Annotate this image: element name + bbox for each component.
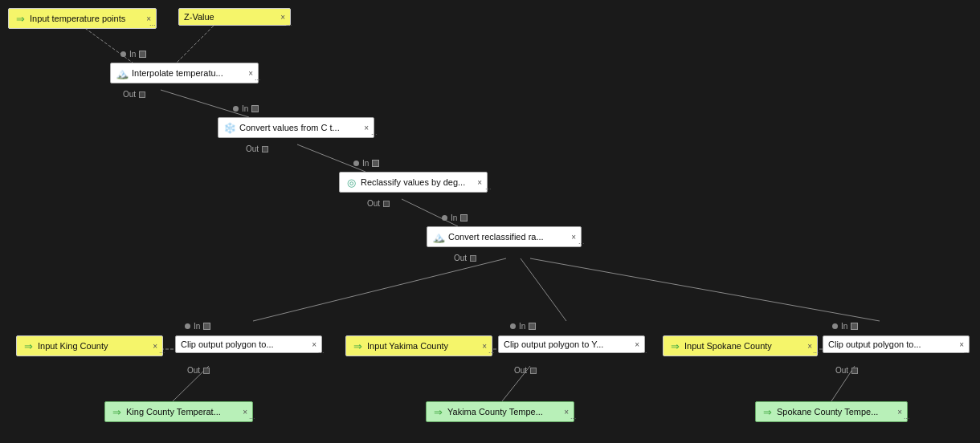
close-icon-king[interactable]: × — [153, 342, 157, 351]
convert-c-node[interactable]: ❄️ Convert values from C t... × — [218, 117, 374, 138]
port-in-clip-spokane: In — [832, 322, 858, 331]
port-dot — [185, 323, 190, 329]
ellipsis-king: ··· — [159, 348, 165, 356]
input-temperature-points-node[interactable]: ⇒ Input temperature points × — [8, 8, 157, 29]
output-king-icon: ⇒ — [110, 405, 123, 418]
workflow-canvas[interactable]: ⇒ Input temperature points × ··· Z-Value… — [0, 0, 980, 443]
convert-reclassified-icon: 🏔️ — [432, 230, 445, 243]
port-sq — [372, 160, 379, 167]
ellipsis-spokane: ··· — [813, 348, 819, 356]
convert-icon: ❄️ — [223, 121, 236, 134]
port-sq — [203, 323, 210, 330]
clip-yakima-node[interactable]: Clip output polygon to Y... × — [498, 335, 645, 353]
ellipsis-temp: ··· — [149, 21, 156, 29]
ellipsis-reclassify: ··· — [485, 185, 492, 193]
input-spokane-county-node[interactable]: ⇒ Input Spokane County × — [663, 335, 818, 356]
ellipsis-yakima: ··· — [488, 348, 495, 356]
port-sq-out — [262, 146, 268, 152]
close-icon-yakima-temp[interactable]: × — [564, 408, 569, 417]
interpolate-icon: 🏔️ — [116, 67, 129, 79]
clip-king-node[interactable]: Clip output polygon to... × — [175, 335, 322, 353]
close-icon-king-temp[interactable]: × — [243, 408, 247, 417]
port-out-interpolate: Out — [123, 90, 145, 99]
port-sq — [851, 323, 858, 330]
port-sq — [460, 214, 468, 222]
port-sq-out — [851, 368, 858, 374]
input-spokane-icon: ⇒ — [668, 339, 681, 352]
port-in-clip-king: In — [185, 322, 210, 331]
port-out-clip-king: Out — [187, 366, 210, 375]
ellipsis-conv-reclassified: ··· — [578, 239, 585, 247]
port-dot — [832, 323, 838, 329]
port-in-clip-yakima: In — [510, 322, 536, 331]
port-dot — [233, 106, 239, 112]
svg-line-1 — [177, 22, 217, 63]
port-in-conv-reclassified: In — [442, 213, 468, 222]
port-sq-out — [203, 368, 210, 374]
port-in-reclassify: In — [353, 159, 379, 168]
interpolate-node[interactable]: 🏔️ Interpolate temperatu... × — [110, 63, 259, 83]
z-value-node[interactable]: Z-Value × — [178, 8, 291, 26]
input-king-icon: ⇒ — [22, 339, 35, 352]
output-yakima-icon: ⇒ — [431, 405, 444, 418]
ellipsis-convert: ··· — [371, 130, 378, 138]
input-icon: ⇒ — [14, 12, 27, 25]
close-icon-clip-king[interactable]: × — [312, 340, 316, 349]
port-dot — [353, 161, 359, 166]
svg-line-5 — [253, 258, 506, 321]
king-temp-output-node[interactable]: ⇒ King County Temperat... × — [104, 401, 253, 422]
port-out-conv-reclassified: Out — [454, 254, 476, 262]
port-out-convert-c: Out — [246, 144, 268, 153]
close-icon-conv-reclassified[interactable]: × — [571, 233, 576, 242]
port-dot — [510, 323, 516, 329]
reclassify-node[interactable]: ◎ Reclassify values by deg... × — [339, 172, 488, 193]
close-icon-spokane-temp[interactable]: × — [897, 408, 902, 417]
port-sq — [139, 51, 146, 58]
port-sq-out — [470, 255, 476, 262]
ellipsis-spokane-temp: ··· — [904, 414, 910, 422]
close-icon-zval[interactable]: × — [280, 13, 285, 22]
port-dot — [120, 51, 126, 57]
port-out-clip-spokane: Out — [835, 366, 858, 375]
close-icon-clip-yakima[interactable]: × — [635, 340, 639, 349]
output-spokane-icon: ⇒ — [761, 405, 774, 418]
port-sq — [529, 323, 536, 330]
ellipsis-zval: ··· — [286, 21, 292, 29]
svg-line-6 — [521, 258, 566, 321]
input-yakima-icon: ⇒ — [351, 339, 364, 352]
ellipsis-clip-king: ··· — [318, 348, 325, 356]
port-sq — [251, 105, 259, 112]
ellipsis-yakima-temp: ··· — [570, 414, 577, 422]
port-in-interpolate: In — [120, 50, 146, 59]
close-icon-interp[interactable]: × — [248, 69, 253, 78]
convert-reclassified-node[interactable]: 🏔️ Convert reclassified ra... × — [427, 226, 582, 247]
reclassify-icon: ◎ — [345, 176, 357, 189]
ellipsis-clip-spokane: ··· — [964, 348, 970, 356]
svg-line-7 — [530, 258, 880, 321]
port-sq-out — [139, 91, 145, 98]
input-king-county-node[interactable]: ⇒ Input King County × — [16, 335, 163, 356]
ellipsis-interp: ··· — [255, 75, 261, 83]
port-sq-out — [383, 201, 390, 207]
port-sq-out — [530, 368, 537, 374]
port-dot — [442, 215, 447, 221]
port-out-reclassify: Out — [367, 199, 390, 208]
input-yakima-county-node[interactable]: ⇒ Input Yakima County × — [345, 335, 492, 356]
close-icon-reclassify[interactable]: × — [477, 178, 482, 187]
ellipsis-king-temp: ··· — [249, 414, 255, 422]
close-icon-yakima[interactable]: × — [482, 342, 487, 351]
port-out-clip-yakima: Out — [514, 366, 537, 375]
close-icon-clip-spokane[interactable]: × — [959, 340, 964, 349]
spokane-temp-output-node[interactable]: ⇒ Spokane County Tempe... × — [755, 401, 908, 422]
yakima-temp-output-node[interactable]: ⇒ Yakima County Tempe... × — [426, 401, 574, 422]
clip-spokane-node[interactable]: Clip output polygon to... × — [823, 335, 970, 353]
ellipsis-clip-yakima: ··· — [641, 348, 647, 356]
close-icon-convert[interactable]: × — [364, 124, 369, 132]
port-in-convert-c: In — [233, 104, 259, 113]
close-icon-spokane[interactable]: × — [807, 342, 812, 351]
